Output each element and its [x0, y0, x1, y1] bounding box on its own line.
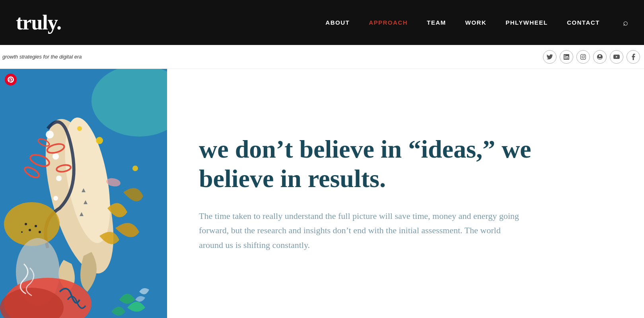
content-inner: we don’t believe in “ideas,” we believe …	[199, 135, 557, 252]
nav-approach[interactable]: APPROACH	[369, 19, 408, 26]
body-text: The time taken to really understand the …	[199, 209, 525, 252]
content-area: we don’t believe in “ideas,” we believe …	[167, 69, 644, 318]
svg-point-24	[132, 166, 138, 171]
nav-team[interactable]: TEAM	[427, 19, 446, 26]
instagram-icon[interactable]	[576, 50, 590, 64]
svg-point-16	[29, 229, 31, 231]
nav-work[interactable]: WORK	[465, 19, 486, 26]
youtube-icon[interactable]	[610, 50, 623, 64]
twitter-icon[interactable]	[543, 50, 556, 64]
svg-point-7	[53, 196, 58, 201]
svg-point-19	[21, 231, 23, 233]
tagline: growth strategies for the digital era	[2, 54, 82, 60]
svg-point-6	[56, 176, 62, 181]
illustration-svg	[0, 69, 167, 318]
headline: we don’t believe in “ideas,” we believe …	[199, 135, 557, 193]
facebook-icon[interactable]	[626, 50, 640, 64]
svg-point-15	[25, 223, 27, 225]
svg-point-23	[96, 137, 103, 144]
header: truly. ABOUT APPROACH TEAM WORK PHLYWHEE…	[0, 0, 644, 45]
pinterest-save-button[interactable]	[5, 74, 17, 86]
svg-point-5	[53, 153, 59, 160]
main-content: we don’t believe in “ideas,” we believe …	[0, 69, 644, 318]
svg-point-18	[39, 231, 41, 233]
main-nav: ABOUT APPROACH TEAM WORK PHLYWHEEL CONTA…	[325, 18, 628, 28]
linkedin-icon[interactable]	[560, 50, 573, 64]
nav-phlywheel[interactable]: PHLYWHEEL	[506, 19, 548, 26]
search-icon[interactable]: ⌕	[623, 18, 628, 28]
podcast-icon[interactable]	[593, 50, 607, 64]
illustration-panel	[0, 69, 167, 318]
social-icons-bar	[543, 50, 640, 64]
svg-point-25	[77, 126, 82, 131]
svg-point-4	[46, 131, 54, 139]
nav-about[interactable]: ABOUT	[325, 19, 350, 26]
svg-point-17	[35, 225, 37, 227]
subheader: growth strategies for the digital era	[0, 45, 644, 69]
logo[interactable]: truly.	[16, 11, 61, 34]
nav-contact[interactable]: CONTACT	[567, 19, 600, 26]
